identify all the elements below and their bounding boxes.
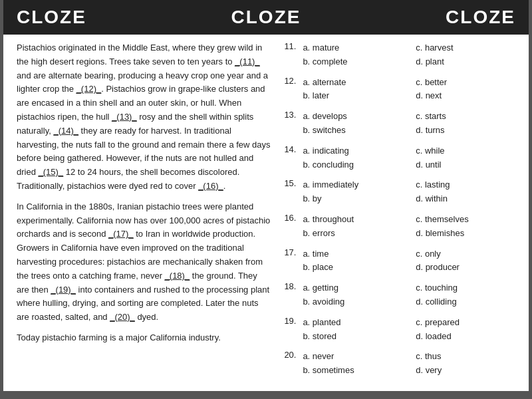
page: CLOZE CLOZE CLOZE Pistachios originated … — [3, 0, 529, 391]
q-options: a. indicatingb. concludingc. whiled. unt… — [303, 144, 515, 172]
q-col-left: a. alternateb. later — [303, 76, 402, 104]
blank-14: _(14)_ — [53, 126, 78, 136]
q-option-c: c. prepared — [416, 316, 515, 330]
q-option-c: c. while — [416, 144, 515, 158]
q-option-d: d. next — [416, 89, 515, 103]
questions-column: 11.a. matureb. completec. harvestd. plan… — [284, 41, 515, 384]
q-option-a: a. planted — [303, 316, 402, 330]
q-option-c: c. thus — [416, 350, 515, 364]
question-row: 13.a. developsb. switchesc. startsd. tur… — [284, 110, 515, 138]
q-num-11: 11. — [284, 41, 303, 51]
paragraph-3: Today pistachio farming is a major Calif… — [17, 331, 271, 345]
blank-11: _(11)_ — [235, 57, 260, 66]
blank-13: _(13)_ — [112, 112, 137, 122]
question-row: 14.a. indicatingb. concludingc. whiled. … — [284, 144, 515, 172]
q-option-d: d. very — [416, 364, 515, 378]
q-col-right: c. touchingd. colliding — [416, 281, 515, 309]
q-option-b: b. place — [303, 261, 402, 275]
q-option-a: a. never — [303, 350, 402, 364]
q-option-b: b. stored — [303, 330, 402, 344]
q-num-13: 13. — [284, 110, 303, 120]
q-option-c: c. themselves — [416, 213, 515, 227]
passage-column: Pistachios originated in the Middle East… — [17, 41, 271, 384]
q-option-a: a. mature — [303, 41, 402, 55]
q-option-b: b. complete — [303, 55, 402, 69]
q-num-20: 20. — [284, 350, 303, 360]
q-option-c: c. only — [416, 247, 515, 261]
q-option-a: a. alternate — [303, 76, 402, 90]
question-row: 15.a. immediatelyb. byc. lastingd. withi… — [284, 178, 515, 206]
q-option-b: b. later — [303, 89, 402, 103]
q-col-left: a. developsb. switches — [303, 110, 402, 138]
blank-20: _(20)_ — [110, 312, 135, 322]
q-option-d: d. loaded — [416, 330, 515, 344]
q-option-c: c. harvest — [416, 41, 515, 55]
question-row: 19.a. plantedb. storedc. preparedd. load… — [284, 316, 515, 344]
q-col-right: c. startsd. turns — [416, 110, 515, 138]
q-options: a. immediatelyb. byc. lastingd. within — [303, 178, 515, 206]
q-options: a. alternateb. laterc. betterd. next — [303, 76, 515, 104]
q-num-16: 16. — [284, 213, 303, 223]
q-option-d: d. producer — [416, 261, 515, 275]
q-option-d: d. blemishes — [416, 227, 515, 241]
q-col-left: a. throughoutb. errors — [303, 213, 402, 241]
question-row: 16.a. throughoutb. errorsc. themselvesd.… — [284, 213, 515, 241]
question-row: 12.a. alternateb. laterc. betterd. next — [284, 76, 515, 104]
q-option-d: d. plant — [416, 55, 515, 69]
q-option-b: b. avoiding — [303, 295, 402, 309]
q-num-18: 18. — [284, 281, 303, 291]
q-col-left: a. timeb. place — [303, 247, 402, 275]
q-col-right: c. preparedd. loaded — [416, 316, 515, 344]
q-col-right: c. lastingd. within — [416, 178, 515, 206]
blank-18: _(18)_ — [165, 271, 190, 281]
q-options: a. gettingb. avoidingc. touchingd. colli… — [303, 281, 515, 309]
q-options: a. matureb. completec. harvestd. plant — [303, 41, 515, 69]
header-title-1: CLOZE — [17, 7, 86, 28]
q-options: a. neverb. sometimesc. thusd. very — [303, 350, 515, 378]
q-col-left: a. plantedb. stored — [303, 316, 402, 344]
q-options: a. plantedb. storedc. preparedd. loaded — [303, 316, 515, 344]
blank-17: _(17)_ — [108, 229, 134, 239]
q-option-b: b. errors — [303, 227, 402, 241]
header: CLOZE CLOZE CLOZE — [3, 0, 529, 35]
blank-16: _(16)_ — [198, 181, 223, 191]
q-option-a: a. throughout — [303, 213, 402, 227]
q-col-left: a. indicatingb. concluding — [303, 144, 402, 172]
q-col-right: c. whiled. until — [416, 144, 515, 172]
q-num-19: 19. — [284, 316, 303, 326]
q-num-15: 15. — [284, 178, 303, 188]
q-option-d: d. within — [416, 192, 515, 206]
q-option-a: a. time — [303, 247, 402, 261]
blank-15: _(15)_ — [39, 167, 64, 177]
q-num-17: 17. — [284, 247, 303, 257]
question-row: 11.a. matureb. completec. harvestd. plan… — [284, 41, 515, 69]
q-option-c: c. better — [416, 76, 515, 90]
q-col-right: c. harvestd. plant — [416, 41, 515, 69]
question-row: 18.a. gettingb. avoidingc. touchingd. co… — [284, 281, 515, 309]
paragraph-2: In California in the 1880s, Iranian pist… — [17, 200, 271, 325]
q-option-c: c. starts — [416, 110, 515, 124]
q-num-14: 14. — [284, 144, 303, 154]
q-option-a: a. immediately — [303, 178, 402, 192]
q-col-left: a. matureb. complete — [303, 41, 402, 69]
q-option-d: d. colliding — [416, 295, 515, 309]
q-col-right: c. onlyd. producer — [416, 247, 515, 275]
q-num-12: 12. — [284, 76, 303, 86]
header-title-3: CLOZE — [446, 7, 515, 28]
q-option-a: a. develops — [303, 110, 402, 124]
q-options: a. throughoutb. errorsc. themselvesd. bl… — [303, 213, 515, 241]
q-option-b: b. by — [303, 192, 402, 206]
q-option-c: c. lasting — [416, 178, 515, 192]
q-option-b: b. switches — [303, 124, 402, 138]
blank-19: _(19)_ — [51, 285, 76, 295]
q-option-b: b. sometimes — [303, 364, 402, 378]
q-option-c: c. touching — [416, 281, 515, 295]
q-col-left: a. gettingb. avoiding — [303, 281, 402, 309]
header-title-2: CLOZE — [231, 7, 301, 28]
main-content: Pistachios originated in the Middle East… — [3, 35, 529, 391]
paragraph-1: Pistachios originated in the Middle East… — [17, 41, 271, 194]
q-option-d: d. turns — [416, 124, 515, 138]
q-col-right: c. themselvesd. blemishes — [416, 213, 515, 241]
q-col-left: a. immediatelyb. by — [303, 178, 402, 206]
blank-12: _(12)_ — [76, 84, 102, 94]
